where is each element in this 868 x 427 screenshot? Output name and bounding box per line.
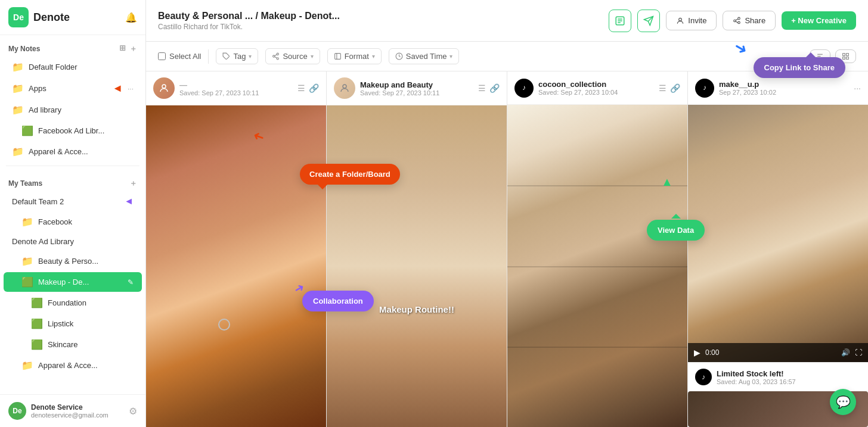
my-notes-label: My Notes xyxy=(8,45,40,53)
folder-icon: 📁 xyxy=(21,255,33,267)
folder-icon: 🟩 xyxy=(21,125,33,136)
sidebar-item-makeup-de[interactable]: 🟩 Makeup - De... ✎ xyxy=(4,272,142,292)
arrow-green-icon: ▲ xyxy=(661,175,673,189)
more-icon[interactable]: ··· xyxy=(854,83,861,93)
footer-info: Denote Service denoteservice@gmail.com xyxy=(31,403,124,419)
invite-button[interactable]: Invite xyxy=(666,11,717,30)
sidebar-item-default-folder[interactable]: 📁 Default Folder xyxy=(4,57,142,77)
link-icon[interactable]: 🔗 xyxy=(309,83,319,93)
volume-icon[interactable]: 🔊 xyxy=(841,348,850,357)
my-teams-section: My Teams ＋ xyxy=(0,170,145,191)
sidebar-item-ad-library[interactable]: 📁 Ad library xyxy=(4,100,142,120)
create-folder-tooltip: Create a Folder/Board xyxy=(300,164,400,185)
card-saved-2: Saved: Sep 27, 2023 10:11 xyxy=(360,89,473,96)
main-content: Beauty & Personal ... / Makeup - Denot..… xyxy=(146,0,868,427)
bell-icon[interactable]: 🔔 xyxy=(125,12,137,23)
chevron-down-icon: ▾ xyxy=(249,53,252,60)
logo-letters: De xyxy=(13,13,24,22)
sidebar-item-label: Skincare xyxy=(48,340,134,349)
play-icon[interactable]: ▶ xyxy=(694,348,700,357)
sidebar-item-label: Apparel & Acce... xyxy=(38,361,134,370)
card-name-2: Makeup and Beauty xyxy=(360,80,473,89)
sidebar-item-label: Denote Ad Library xyxy=(12,237,134,246)
toolbar-separator xyxy=(208,49,209,64)
sidebar-footer: De Denote Service denoteservice@gmail.co… xyxy=(0,394,145,427)
sidebar-item-label: Default Team 2 xyxy=(12,197,119,206)
sidebar-item-apps[interactable]: 📁 Apps ◄ ··· xyxy=(4,78,142,99)
card-sub-item-4: ♪ Limited Stock left! Saved: Aug 03, 202… xyxy=(688,362,868,391)
folder-icon: 📁 xyxy=(12,104,24,116)
chevron-down-icon: ▾ xyxy=(372,53,375,60)
svg-rect-22 xyxy=(843,57,845,60)
card-col-3: ♪ cocoon_collection Saved: Sep 27, 2023 … xyxy=(507,71,688,427)
svg-point-10 xyxy=(277,53,279,55)
format-filter[interactable]: Format ▾ xyxy=(327,48,382,64)
chevron-down-icon: ▾ xyxy=(311,53,314,60)
app-name: Denote xyxy=(33,11,70,24)
share-button[interactable]: Share xyxy=(723,11,776,30)
card-avatar-2 xyxy=(334,77,355,99)
folder-icon: 🟩 xyxy=(31,318,43,329)
card-actions-3: ☰ 🔗 xyxy=(659,83,680,93)
add-team-icon[interactable]: ＋ xyxy=(129,178,137,189)
sidebar-item-facebook-ad[interactable]: 🟩 Facebook Ad Libr... xyxy=(4,121,142,141)
footer-email: denoteservice@gmail.com xyxy=(31,412,124,419)
card-image-1 xyxy=(146,105,326,427)
svg-line-14 xyxy=(275,55,277,56)
folder-icon: 📁 xyxy=(12,83,24,94)
more-icon[interactable]: ··· xyxy=(128,85,134,93)
sidebar-item-default-team[interactable]: Default Team 2 ◄ xyxy=(4,192,142,211)
collaboration-tooltip: Collaboration xyxy=(302,291,374,311)
sidebar-item-label: Facebook xyxy=(38,217,134,226)
svg-point-25 xyxy=(343,85,346,88)
card-avatar-1 xyxy=(153,77,175,99)
send-button[interactable] xyxy=(637,10,660,32)
card-sub-saved-4: Saved: Aug 03, 2023 16:57 xyxy=(717,378,861,385)
new-creative-button[interactable]: + New Creative xyxy=(782,11,856,30)
sidebar-item-skincare[interactable]: 🟩 Skincare xyxy=(4,335,142,354)
list-icon[interactable]: ☰ xyxy=(659,83,666,93)
sidebar-item-label: Facebook Ad Libr... xyxy=(38,126,134,135)
sidebar-item-facebook[interactable]: 📁 Facebook xyxy=(4,212,142,232)
sidebar-item-label: Beauty & Perso... xyxy=(38,257,134,266)
select-all-label: Select All xyxy=(169,52,201,61)
card-image-2: Makeup Routine!! xyxy=(327,105,507,427)
expand-icon[interactable]: ⛶ xyxy=(855,348,862,357)
invite-label: Invite xyxy=(688,16,706,25)
chat-bubble[interactable]: 💬 xyxy=(830,389,856,415)
source-label: Source xyxy=(283,52,307,61)
link-icon[interactable]: 🔗 xyxy=(670,83,680,93)
select-all-checkbox[interactable] xyxy=(158,52,166,60)
svg-point-11 xyxy=(273,55,275,57)
card-image-3 xyxy=(507,105,687,427)
card-col-4: ♪ make__u.p Sep 27, 2023 10:02 ··· ▶ 0:0… xyxy=(688,71,868,427)
sidebar-item-lipstick[interactable]: 🟩 Lipstick xyxy=(4,314,142,334)
gear-icon[interactable]: ⚙ xyxy=(129,406,137,417)
list-icon[interactable]: ☰ xyxy=(297,83,305,93)
tag-filter[interactable]: Tag ▾ xyxy=(216,48,258,64)
avatar: De xyxy=(8,402,26,420)
select-all-container[interactable]: Select All xyxy=(158,52,201,61)
topbar-right: Invite Share + New Creative xyxy=(609,10,856,32)
sidebar-item-foundation[interactable]: 🟩 Foundation xyxy=(4,293,142,313)
card-actions-4: ··· xyxy=(854,83,861,93)
folder-icon: 📁 xyxy=(12,146,24,157)
notes-button[interactable] xyxy=(609,10,631,32)
sidebar-item-denote-ad-library[interactable]: Denote Ad Library xyxy=(4,233,142,250)
saved-time-filter[interactable]: Saved Time ▾ xyxy=(389,48,460,64)
list-icon[interactable]: ☰ xyxy=(478,83,486,93)
my-teams-label: My Teams xyxy=(8,179,42,188)
plus-icon[interactable]: ＋ xyxy=(129,43,137,54)
sidebar-item-apparel[interactable]: 📁 Apparel & Acce... xyxy=(4,142,142,161)
edit-icon[interactable]: ✎ xyxy=(128,278,134,286)
link-icon[interactable]: 🔗 xyxy=(489,83,500,93)
cards-grid: — Saved: Sep 27, 2023 10:11 ☰ 🔗 xyxy=(146,71,868,427)
svg-line-8 xyxy=(736,18,738,20)
sidebar-item-apparel2[interactable]: 📁 Apparel & Acce... xyxy=(4,356,142,375)
source-filter[interactable]: Source ▾ xyxy=(265,48,320,64)
sidebar-item-beauty[interactable]: 📁 Beauty & Perso... xyxy=(4,251,142,271)
tiktok-icon-3: ♪ xyxy=(514,79,534,98)
card-sub-info-4: Limited Stock left! Saved: Aug 03, 2023 … xyxy=(717,369,861,385)
add-folder-icon[interactable]: ⊞ xyxy=(119,43,126,54)
svg-rect-21 xyxy=(847,54,849,56)
